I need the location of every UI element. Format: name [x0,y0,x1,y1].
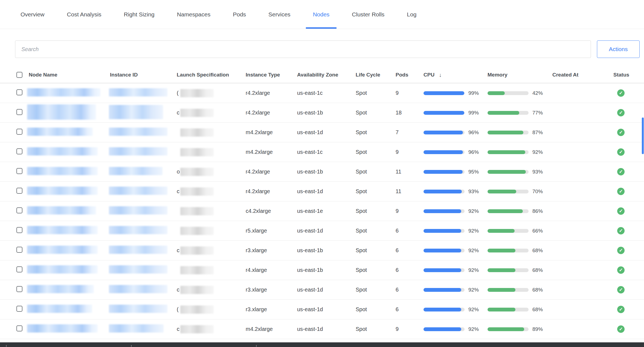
row-checkbox[interactable] [16,109,22,115]
table-row[interactable]: m4.2xlarge us-east-1c Spot 9 96% 92% ✓ [0,142,644,162]
col-status[interactable]: Status [613,72,644,78]
status-ok-icon: ✓ [617,168,625,175]
col-instance-id[interactable]: Instance ID [110,72,177,78]
cpu-usage-bar [423,150,465,154]
cpu-usage-value: 92% [468,307,479,313]
memory-usage-bar [488,91,529,95]
cpu-usage-bar [423,190,465,193]
pods-count: 6 [396,287,423,293]
tab-services[interactable]: Services [261,0,298,29]
table-row[interactable]: r4.xlarge us-east-1b Spot 6 92% 68% ✓ [0,260,644,280]
tab-namespaces[interactable]: Namespaces [170,0,218,29]
row-checkbox[interactable] [16,306,22,312]
row-checkbox[interactable] [16,286,22,292]
bottom-bar [0,342,644,347]
pods-count: 6 [396,306,423,313]
col-created-at[interactable]: Created At [552,72,613,78]
cpu-usage-value: 95% [468,169,479,175]
row-checkbox[interactable] [16,247,22,253]
instance-id-redacted [109,167,163,175]
row-checkbox[interactable] [16,129,22,135]
tab-overview[interactable]: Overview [13,0,52,29]
node-name-redacted [27,265,98,274]
actions-button[interactable]: Actions [597,40,640,58]
tab-label: Log [407,11,416,18]
instance-type: r4.2xlarge [246,90,297,96]
scrollbar-thumb[interactable] [642,117,644,154]
cpu-usage-value: 92% [468,228,479,234]
table-row[interactable]: m4.2xlarge us-east-1d Spot 7 96% 87% ✓ [0,123,644,142]
col-memory[interactable]: Memory [488,72,552,78]
availability-zone: us-east-1b [297,267,356,273]
life-cycle: Spot [356,287,396,293]
row-checkbox[interactable] [16,325,22,331]
table-row[interactable]: c r3.xlarge us-east-1b Spot 6 92% 68% ✓ [0,241,644,260]
cpu-usage-bar [423,229,465,233]
col-instance-type[interactable]: Instance Type [246,72,297,78]
pods-count: 6 [396,267,423,273]
instance-id-redacted [109,105,163,119]
instance-id-redacted [109,265,167,274]
tab-nodes[interactable]: Nodes [306,0,337,29]
row-checkbox[interactable] [16,89,22,95]
cpu-usage-bar [423,249,465,252]
col-life-cycle[interactable]: Life Cycle [356,72,396,78]
status-ok-icon: ✓ [617,266,625,274]
table-row[interactable]: c r4.2xlarge us-east-1d Spot 11 93% 70% … [0,182,644,201]
table-row[interactable]: ( r3.xlarge us-east-1d Spot 6 92% 68% ✓ [0,300,644,319]
row-checkbox[interactable] [16,168,22,174]
table-row[interactable]: r5.xlarge us-east-1d Spot 6 92% 66% ✓ [0,221,644,241]
col-launch-specification[interactable]: Launch Specification [177,72,246,78]
search-input[interactable] [15,40,591,58]
select-all-checkbox[interactable] [16,72,22,78]
launch-spec-prefix: c [177,188,180,195]
instance-type: c4.2xlarge [246,208,297,214]
memory-usage-value: 68% [532,267,543,273]
launch-spec-redacted [180,109,214,117]
tab-right-sizing[interactable]: Right Sizing [117,0,162,29]
launch-spec-redacted [180,187,214,196]
tab-cost-analysis[interactable]: Cost Analysis [60,0,109,29]
tab-pods[interactable]: Pods [226,0,253,29]
row-checkbox[interactable] [16,227,22,233]
node-name-redacted [27,206,96,214]
instance-type: r5.xlarge [246,228,297,234]
memory-usage-value: 68% [532,307,543,313]
col-pods[interactable]: Pods [396,72,423,78]
memory-usage-bar [488,308,529,311]
col-cpu[interactable]: CPU ↓ [423,72,488,78]
status-ok-icon: ✓ [617,286,625,293]
col-availability-zone[interactable]: Availability Zone [297,72,356,78]
launch-spec-redacted [180,325,214,333]
status-ok-icon: ✓ [617,89,625,97]
instance-type: r4.2xlarge [246,188,297,195]
table-row[interactable]: c4.2xlarge us-east-1e Spot 9 92% 86% ✓ [0,201,644,221]
row-checkbox[interactable] [16,148,22,154]
row-checkbox[interactable] [16,266,22,272]
node-name-redacted [27,226,98,234]
table-row[interactable]: o r4.2xlarge us-east-1b Spot 11 95% 93% … [0,162,644,182]
memory-usage-value: 77% [532,110,543,116]
cpu-usage-value: 93% [468,189,479,195]
row-checkbox[interactable] [16,188,22,194]
tab-log[interactable]: Log [400,0,423,29]
table-row[interactable]: c m4.2xlarge us-east-1d Spot 9 92% 89% ✓ [0,319,644,339]
table-row[interactable]: c r3.xlarge us-east-1d Spot 6 92% 68% ✓ [0,280,644,300]
cpu-usage-bar [423,327,465,331]
node-name-redacted [27,147,98,155]
life-cycle: Spot [356,228,396,234]
col-node-name[interactable]: Node Name [29,72,110,78]
tab-cluster-rolls[interactable]: Cluster Rolls [345,0,391,29]
status-ok-icon: ✓ [617,188,625,195]
memory-usage-value: 42% [532,90,543,96]
life-cycle: Spot [356,129,396,136]
row-checkbox[interactable] [16,207,22,213]
pods-count: 7 [396,129,423,136]
life-cycle: Spot [356,208,396,214]
launch-spec-redacted [180,305,214,314]
tab-label: Overview [21,11,45,18]
instance-id-redacted [109,226,167,234]
instance-id-redacted [109,305,167,313]
table-row[interactable]: c r4.2xlarge us-east-1b Spot 18 99% 77% … [0,103,644,123]
table-row[interactable]: ( r4.2xlarge us-east-1c Spot 9 99% 42% ✓ [0,83,644,103]
